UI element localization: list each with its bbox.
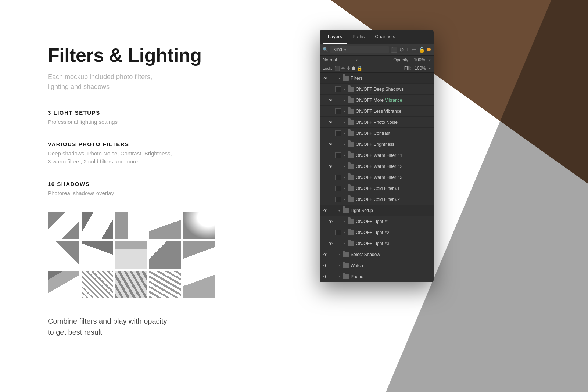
eye-icon-light-setup[interactable] — [322, 207, 329, 214]
layer-more-vibrance[interactable]: › ON/OFF More Vibrance — [320, 95, 434, 106]
tab-paths[interactable]: Paths — [347, 30, 370, 44]
eye-icon-contrast[interactable] — [327, 130, 334, 137]
chevron-select-shadow[interactable]: › — [337, 253, 341, 256]
lock-artboard-icon[interactable]: ⬟ — [352, 66, 355, 71]
shadow-thumb-15 — [183, 271, 215, 298]
layer-name-light1: ON/OFF Light #1 — [356, 219, 431, 224]
eye-icon-light2[interactable] — [327, 229, 334, 236]
eye-icon-light3[interactable] — [327, 240, 334, 247]
layer-warm3[interactable]: › ON/OFF Warm Filter #3 — [320, 172, 434, 183]
layer-name-light-setup: Light Setup — [351, 208, 431, 213]
shape-icon: ▭ — [412, 47, 416, 53]
chevron-light1[interactable]: › — [343, 220, 346, 223]
layer-cold1[interactable]: › ON/OFF Cold Filter #1 — [320, 183, 434, 194]
checkbox-cold1[interactable] — [335, 186, 341, 191]
content-left: Filters & Lighting Each mockup included … — [0, 0, 301, 392]
layer-name-light2: ON/OFF Light #2 — [356, 230, 431, 235]
layer-light3[interactable]: › ON/OFF Light #3 — [320, 238, 434, 249]
chevron-contrast[interactable]: › — [343, 132, 346, 135]
color-dot — [427, 48, 431, 51]
shadow-thumb-12 — [82, 271, 113, 298]
layer-phone[interactable]: › Phone — [320, 271, 434, 282]
eye-icon-warm2[interactable] — [327, 163, 334, 170]
lock-position-icon[interactable]: ✛ — [347, 66, 350, 71]
chevron-warm3[interactable]: › — [343, 176, 346, 179]
adjust-icon: ⊘ — [399, 47, 404, 53]
eye-icon-less-vibrance[interactable] — [327, 108, 334, 115]
checkbox-warm1[interactable] — [335, 152, 341, 158]
layer-cold2[interactable]: › ON/OFF Cold Filter #2 — [320, 194, 434, 205]
layer-photo-noise[interactable]: › ON/OFF Photo Noise — [320, 117, 434, 128]
chevron-warm1[interactable]: › — [343, 154, 346, 157]
checkbox-light2[interactable] — [335, 230, 341, 235]
eye-icon-watch[interactable] — [322, 262, 329, 269]
eye-icon-brightness[interactable] — [327, 141, 334, 148]
layer-name-warm2: ON/OFF Warm Filter #2 — [356, 164, 431, 169]
section-desc-3: Photoreal shadows overlay — [48, 189, 272, 198]
eye-icon-phone[interactable] — [322, 273, 329, 280]
eye-icon-deep-shadows[interactable] — [327, 86, 334, 93]
eye-icon-warm1[interactable] — [327, 152, 334, 159]
chevron-photo-noise[interactable]: › — [343, 121, 346, 124]
eye-icon-select-shadow[interactable] — [322, 251, 329, 258]
layer-name-light3: ON/OFF Light #3 — [356, 241, 431, 246]
chevron-light-setup[interactable]: ▾ — [337, 209, 341, 212]
lock-brush-icon[interactable]: ✏ — [341, 66, 345, 71]
shadow-thumb-8 — [115, 241, 147, 269]
chevron-warm2[interactable]: › — [343, 165, 346, 168]
chevron-watch[interactable]: › — [337, 264, 341, 267]
eye-icon-filters[interactable] — [322, 75, 329, 82]
blend-mode[interactable]: Normal — [323, 57, 353, 62]
shadow-thumb-11 — [48, 271, 79, 298]
tab-channels[interactable]: Channels — [370, 30, 400, 44]
section-heading-2: VARIOUS PHOTO FILTERS — [48, 141, 272, 147]
chevron-filters[interactable]: ▾ — [337, 76, 341, 80]
chevron-less-vibrance[interactable]: › — [343, 109, 346, 113]
chevron-cold1[interactable]: › — [343, 187, 346, 190]
eye-icon-light1[interactable] — [327, 218, 334, 225]
checkbox-deep-shadows[interactable] — [335, 86, 341, 92]
eye-icon-cold2[interactable] — [327, 196, 334, 203]
chevron-cold2[interactable]: › — [343, 198, 346, 201]
eye-icon-cold1[interactable] — [327, 185, 334, 192]
layer-filters-group[interactable]: ▾ Filters — [320, 73, 434, 84]
layer-warm1[interactable]: › ON/OFF Warm Filter #1 — [320, 150, 434, 161]
chevron-more-vibrance[interactable]: › — [343, 98, 346, 102]
checkbox-cold2[interactable] — [335, 197, 341, 202]
eye-icon-photo-noise[interactable] — [327, 119, 334, 126]
folder-icon-light3 — [348, 241, 354, 246]
ps-layers: ▾ Filters › ON/OFF Deep Shadows › ON/OFF… — [320, 73, 434, 282]
layer-watch[interactable]: › Watch — [320, 260, 434, 271]
lock-pixel-icon[interactable]: ⬛ — [334, 66, 340, 71]
chevron-deep-shadows[interactable]: › — [343, 87, 346, 91]
chevron-light3[interactable]: › — [343, 242, 346, 245]
folder-icon-warm1 — [348, 153, 354, 158]
layer-light1[interactable]: › ON/OFF Light #1 — [320, 216, 434, 227]
layer-light2[interactable]: › ON/OFF Light #2 — [320, 227, 434, 238]
chevron-brightness[interactable]: › — [343, 143, 346, 146]
eye-icon-warm3[interactable] — [327, 174, 334, 181]
checkbox-warm3[interactable] — [335, 175, 341, 180]
chevron-light2[interactable]: › — [343, 231, 346, 234]
layer-name-cold1: ON/OFF Cold Filter #1 — [356, 186, 431, 191]
type-icon: T — [406, 47, 409, 53]
checkbox-contrast[interactable] — [335, 130, 341, 136]
chevron-phone[interactable]: › — [337, 275, 341, 278]
kind-select[interactable]: Kind ▾ — [330, 46, 389, 53]
layer-deep-shadows[interactable]: › ON/OFF Deep Shadows — [320, 84, 434, 95]
checkbox-less-vibrance[interactable] — [335, 108, 341, 114]
lock-all-icon[interactable]: 🔒 — [357, 66, 362, 71]
layer-less-vibrance[interactable]: › ON/OFF Less Vibrance — [320, 106, 434, 117]
layer-light-setup-group[interactable]: ▾ Light Setup — [320, 205, 434, 216]
layer-contrast[interactable]: › ON/OFF Contrast — [320, 128, 434, 139]
layer-brightness[interactable]: › ON/OFF Brightness — [320, 139, 434, 150]
layer-name-less-vibrance: ON/OFF Less Vibrance — [356, 109, 431, 114]
layer-name-brightness: ON/OFF Brightness — [356, 142, 431, 147]
eye-icon-more-vibrance[interactable] — [327, 97, 334, 104]
opacity-value[interactable]: 100% — [414, 57, 425, 62]
tab-layers[interactable]: Layers — [323, 30, 347, 44]
fill-value[interactable]: 100% — [415, 66, 426, 71]
shadow-thumb-5 — [183, 212, 215, 239]
layer-select-shadow[interactable]: › Select Shadow — [320, 249, 434, 260]
layer-warm2[interactable]: › ON/OFF Warm Filter #2 — [320, 161, 434, 172]
